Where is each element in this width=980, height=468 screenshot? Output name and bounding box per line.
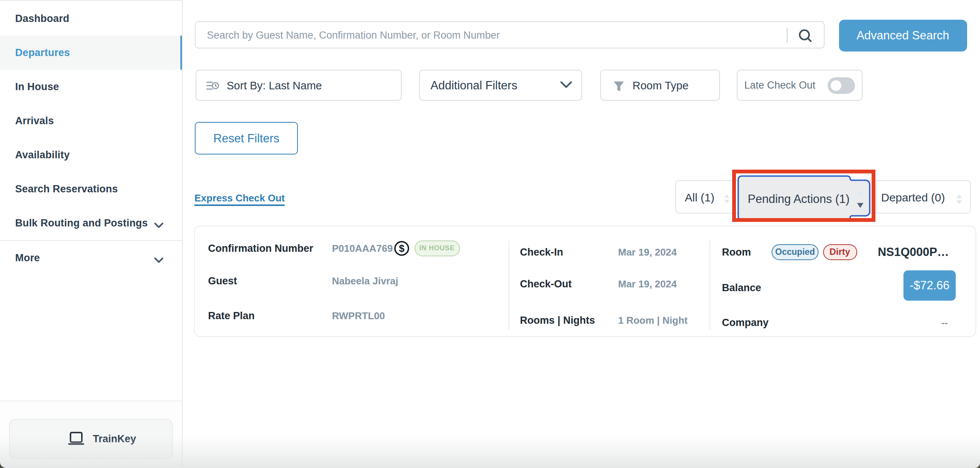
svg-text:$: $ bbox=[399, 242, 404, 254]
